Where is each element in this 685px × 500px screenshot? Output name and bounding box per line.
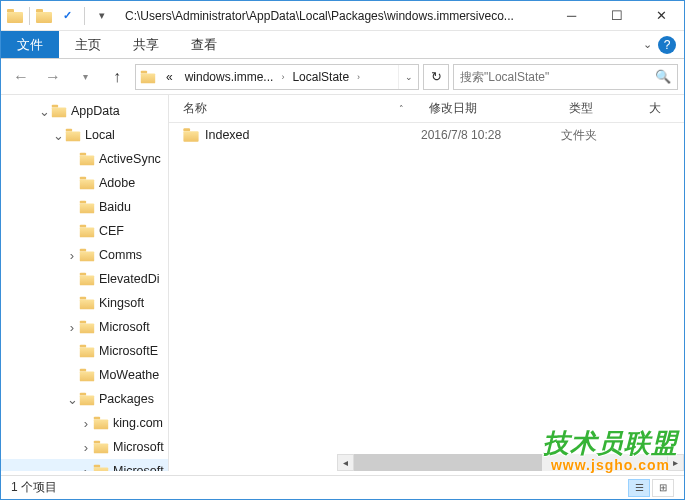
tree-item[interactable]: AppData — [1, 99, 168, 123]
tree-item[interactable]: Local — [1, 123, 168, 147]
tree-label: Packages — [95, 392, 154, 406]
navigation-bar: ← → ▾ ↑ « windows.imme... › LocalState ›… — [1, 59, 684, 95]
tree-item[interactable]: Microsoft — [1, 435, 168, 459]
folder-icon — [80, 369, 94, 382]
search-box[interactable]: 🔍 — [453, 64, 678, 90]
tree-label: Microsoft — [95, 320, 150, 334]
maximize-button[interactable]: ☐ — [594, 1, 639, 31]
tree-item[interactable]: Microsoft — [1, 315, 168, 339]
tree-item[interactable]: ActiveSync — [1, 147, 168, 171]
tab-share[interactable]: 共享 — [117, 31, 175, 58]
tree-item[interactable]: Microsoft — [1, 459, 168, 471]
tab-home[interactable]: 主页 — [59, 31, 117, 58]
folder-icon — [66, 129, 80, 142]
tree-toggle-icon[interactable] — [65, 248, 79, 263]
tree-label: Comms — [95, 248, 142, 262]
folder-icon — [94, 417, 108, 430]
tree-label: Local — [81, 128, 115, 142]
watermark: 技术员联盟 www.jsgho.com — [543, 426, 678, 473]
folder-icon — [80, 393, 94, 406]
address-bar[interactable]: « windows.imme... › LocalState › ⌄ — [135, 64, 419, 90]
tree-label: ActiveSync — [95, 152, 161, 166]
tree-toggle-icon[interactable] — [37, 104, 51, 119]
addressbar-folder-icon — [141, 70, 155, 83]
tree-item[interactable]: Baidu — [1, 195, 168, 219]
tree-item[interactable]: Adobe — [1, 171, 168, 195]
folder-icon — [80, 249, 94, 262]
window-title: C:\Users\Administrator\AppData\Local\Pac… — [119, 9, 549, 23]
qat-properties-icon[interactable] — [36, 9, 52, 23]
column-date[interactable]: 修改日期 — [421, 100, 561, 117]
navigation-tree[interactable]: AppDataLocalActiveSyncAdobeBaiduCEFComms… — [1, 95, 169, 471]
addressbar-dropdown-icon[interactable]: ⌄ — [398, 65, 418, 89]
qat-check-icon[interactable]: ✓ — [56, 5, 78, 27]
view-mode-switcher: ☰ ⊞ — [628, 479, 674, 497]
tree-item[interactable]: king.com — [1, 411, 168, 435]
breadcrumb-overflow[interactable]: « — [160, 65, 179, 89]
file-list[interactable]: Indexed2016/7/8 10:28文件夹 — [169, 123, 684, 147]
tab-file[interactable]: 文件 — [1, 31, 59, 58]
file-date: 2016/7/8 10:28 — [421, 128, 561, 142]
tree-label: MoWeathe — [95, 368, 159, 382]
tree-toggle-icon[interactable] — [79, 464, 93, 472]
tree-label: Microsoft — [109, 440, 164, 454]
folder-icon — [80, 177, 94, 190]
breadcrumb-item[interactable]: LocalState — [286, 65, 355, 89]
tree-item[interactable]: CEF — [1, 219, 168, 243]
refresh-button[interactable]: ↻ — [423, 64, 449, 90]
recent-dropdown-icon[interactable]: ▾ — [71, 63, 99, 91]
file-type: 文件夹 — [561, 127, 641, 144]
view-icons-button[interactable]: ⊞ — [652, 479, 674, 497]
tree-item[interactable]: MoWeathe — [1, 363, 168, 387]
view-details-button[interactable]: ☰ — [628, 479, 650, 497]
tree-toggle-icon[interactable] — [51, 128, 65, 143]
folder-icon — [80, 297, 94, 310]
tree-item[interactable]: MicrosoftE — [1, 339, 168, 363]
folder-icon — [80, 321, 94, 334]
folder-icon — [94, 441, 108, 454]
folder-icon — [80, 153, 94, 166]
forward-button[interactable]: → — [39, 63, 67, 91]
folder-icon — [80, 273, 94, 286]
close-button[interactable]: ✕ — [639, 1, 684, 31]
back-button[interactable]: ← — [7, 63, 35, 91]
qat-separator — [29, 7, 30, 25]
up-button[interactable]: ↑ — [103, 63, 131, 91]
tree-toggle-icon[interactable] — [65, 320, 79, 335]
ribbon-tabs: 文件 主页 共享 查看 ⌄ ? — [1, 31, 684, 59]
ribbon-collapse-icon[interactable]: ⌄ — [643, 38, 652, 51]
breadcrumb-item[interactable]: windows.imme... — [179, 65, 280, 89]
tree-item[interactable]: ElevatedDi — [1, 267, 168, 291]
column-type[interactable]: 类型 — [561, 100, 641, 117]
chevron-right-icon[interactable]: › — [279, 72, 286, 82]
chevron-right-icon[interactable]: › — [355, 72, 362, 82]
app-icon — [7, 9, 23, 23]
folder-icon — [80, 201, 94, 214]
tree-toggle-icon[interactable] — [79, 440, 93, 455]
tree-toggle-icon[interactable] — [65, 392, 79, 407]
tree-item[interactable]: Kingsoft — [1, 291, 168, 315]
qat-dropdown-icon[interactable]: ▾ — [91, 5, 113, 27]
scroll-left-icon[interactable]: ◂ — [337, 454, 354, 471]
window-controls: ─ ☐ ✕ — [549, 1, 684, 31]
search-input[interactable] — [460, 70, 655, 84]
tree-label: king.com — [109, 416, 163, 430]
column-size[interactable]: 大 — [641, 100, 684, 117]
tree-toggle-icon[interactable] — [79, 416, 93, 431]
watermark-url: www.jsgho.com — [543, 457, 678, 473]
column-name[interactable]: 名称˄ — [169, 100, 421, 117]
folder-icon — [94, 465, 108, 471]
scroll-thumb[interactable] — [354, 454, 542, 471]
file-name: Indexed — [205, 128, 249, 142]
help-icon[interactable]: ? — [658, 36, 676, 54]
tab-view[interactable]: 查看 — [175, 31, 233, 58]
content-area: AppDataLocalActiveSyncAdobeBaiduCEFComms… — [1, 95, 684, 471]
titlebar: ✓ ▾ C:\Users\Administrator\AppData\Local… — [1, 1, 684, 31]
file-row[interactable]: Indexed2016/7/8 10:28文件夹 — [169, 123, 684, 147]
tree-item[interactable]: Comms — [1, 243, 168, 267]
tree-label: Adobe — [95, 176, 135, 190]
tree-item[interactable]: Packages — [1, 387, 168, 411]
tree-label: CEF — [95, 224, 124, 238]
search-icon[interactable]: 🔍 — [655, 69, 671, 84]
minimize-button[interactable]: ─ — [549, 1, 594, 31]
